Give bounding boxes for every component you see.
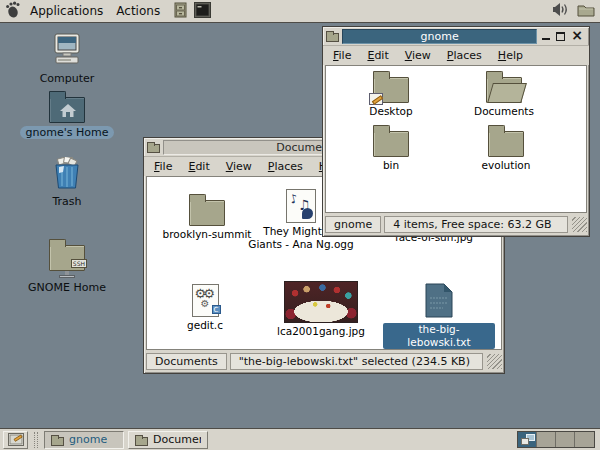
menu-edit[interactable]: Edit xyxy=(180,158,217,175)
window-folder-icon xyxy=(147,144,160,153)
taskbar-button-gnome[interactable]: gnome xyxy=(44,431,124,449)
trash-icon xyxy=(53,157,81,192)
close-button[interactable] xyxy=(571,30,583,43)
file-label: Desktop xyxy=(369,105,412,118)
desktop-icon-label: gnome's Home xyxy=(20,126,115,139)
monitor-base-icon xyxy=(59,275,75,278)
menu-applications[interactable]: Applications xyxy=(27,2,106,20)
volume-icon[interactable] xyxy=(552,2,570,20)
taskbar-button-label: Document xyxy=(153,433,201,446)
statusbar: Documents "the-big-lebowski.txt" selecte… xyxy=(144,350,504,373)
file-label: Documents xyxy=(474,105,534,118)
file-gedit-c[interactable]: ⚙⚙ ⚙ C gedit.c xyxy=(150,284,260,332)
menu-file[interactable]: File xyxy=(146,158,180,175)
workspace-window-thumb xyxy=(521,438,529,445)
resize-grip[interactable] xyxy=(487,354,502,369)
speaker-horn-icon xyxy=(302,208,313,219)
taskbar-button-documents[interactable]: Document xyxy=(128,431,208,449)
workspace-3[interactable] xyxy=(556,432,575,447)
menu-edit[interactable]: Edit xyxy=(359,47,396,64)
menu-view[interactable]: View xyxy=(218,158,260,175)
minimize-button[interactable] xyxy=(542,32,550,40)
window-folder-icon xyxy=(326,33,339,42)
desktop-icon-gnome-home[interactable]: SSH GNOME Home xyxy=(17,238,117,294)
file-view: Desktop Documents bin evolution xyxy=(325,65,587,213)
workspace-1[interactable] xyxy=(518,432,537,447)
folder-icon xyxy=(373,77,409,103)
menu-help[interactable]: Help xyxy=(490,47,531,64)
file-the-big-lebowski-txt[interactable]: the-big-lebowski.txt xyxy=(383,283,495,349)
c-source-file-icon: ⚙⚙ ⚙ C xyxy=(192,284,219,317)
window-title: gnome xyxy=(421,30,459,43)
workspace-2[interactable] xyxy=(537,432,556,447)
ssh-badge: SSH xyxy=(71,259,87,268)
menu-actions[interactable]: Actions xyxy=(113,2,163,20)
open-folder-icon xyxy=(486,77,522,103)
desktop: Applications Actions xyxy=(0,0,600,450)
desktop-icon-label: Computer xyxy=(40,72,95,85)
terminal-icon[interactable] xyxy=(194,2,211,21)
computer-icon xyxy=(50,33,84,69)
file-brooklyn-summit[interactable]: brooklyn-summit xyxy=(152,193,262,241)
home-folder-icon xyxy=(49,90,85,123)
folder-icon xyxy=(488,131,524,157)
window-gnome: gnome File Edit View Places Help Desktop xyxy=(322,26,590,237)
menu-view[interactable]: View xyxy=(397,47,439,64)
menu-places[interactable]: Places xyxy=(260,158,311,175)
gear-icon: ⚙ xyxy=(201,298,210,309)
panel-drag-handle[interactable] xyxy=(34,432,38,448)
file-bin[interactable]: bin xyxy=(336,124,446,172)
gnome-foot-icon[interactable] xyxy=(5,1,20,21)
file-label: brooklyn-summit xyxy=(163,228,252,241)
status-text: 4 items, Free space: 63.2 GB xyxy=(384,216,568,233)
desktop-icon-label: GNOME Home xyxy=(28,281,106,294)
desktop-emblem-icon xyxy=(369,93,383,105)
file-label: lca2001gang.jpg xyxy=(277,325,365,338)
workspace-switcher xyxy=(517,431,595,448)
desktop-icon-computer[interactable]: Computer xyxy=(17,33,117,85)
menu-places[interactable]: Places xyxy=(439,47,490,64)
taskbar-button-label: gnome xyxy=(69,433,107,446)
file-label: evolution xyxy=(482,159,531,172)
status-location: gnome xyxy=(325,216,381,233)
desktop-icon-label: Trash xyxy=(52,195,81,208)
maximize-button[interactable] xyxy=(556,32,565,41)
file-documents[interactable]: Documents xyxy=(449,70,559,118)
titlebar[interactable]: gnome xyxy=(323,27,589,46)
statusbar: gnome 4 items, Free space: 63.2 GB xyxy=(323,213,589,236)
file-label: gedit.c xyxy=(187,319,223,332)
file-evolution[interactable]: evolution xyxy=(451,124,561,172)
file-cabinet-icon[interactable] xyxy=(174,2,187,21)
folder-icon xyxy=(373,131,409,157)
ssh-remote-folder-icon: SSH xyxy=(49,238,85,278)
text-file-icon xyxy=(424,283,454,321)
audio-file-icon: ♪ ♫ xyxy=(286,189,316,223)
status-location: Documents xyxy=(146,353,227,370)
resize-grip[interactable] xyxy=(572,217,587,232)
folder-icon xyxy=(51,437,64,446)
folder-icon xyxy=(189,200,225,226)
file-label: bin xyxy=(383,159,399,172)
c-language-badge: C xyxy=(212,305,221,314)
file-lca2001gang-jpg[interactable]: lca2001gang.jpg xyxy=(265,281,377,338)
top-panel: Applications Actions xyxy=(0,0,600,23)
file-desktop[interactable]: Desktop xyxy=(336,70,446,118)
menubar: File Edit View Places Help xyxy=(323,46,589,65)
desktop-icon-trash[interactable]: Trash xyxy=(17,157,117,208)
menu-file[interactable]: File xyxy=(325,47,359,64)
desktop-icon-gnomes-home[interactable]: gnome's Home xyxy=(17,90,117,139)
folder-icon xyxy=(135,437,148,446)
workspace-4[interactable] xyxy=(575,432,594,447)
show-desktop-button[interactable] xyxy=(3,431,28,449)
photo-thumbnail xyxy=(284,281,358,323)
tray-folder-icon[interactable] xyxy=(577,3,595,20)
status-text: "the-big-lebowski.txt" selected (234.5 K… xyxy=(230,353,483,370)
bottom-panel: gnome Document xyxy=(0,428,600,450)
file-label: the-big-lebowski.txt xyxy=(383,323,495,349)
